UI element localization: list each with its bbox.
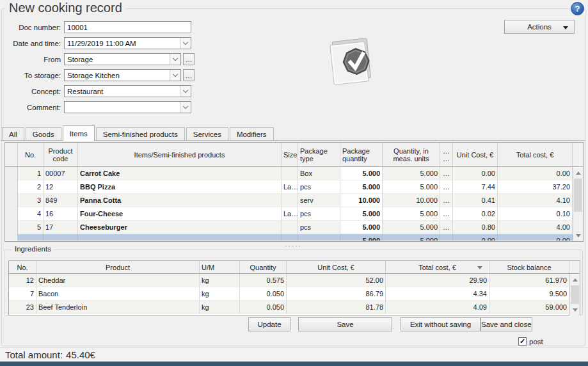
checkbox-checked-icon[interactable] [518,337,527,346]
col-total-cost[interactable]: Total cost, € [498,143,573,166]
ingredients-scrollbar[interactable] [569,274,580,315]
col-quantity[interactable]: Quantity [240,261,287,273]
items-scrollbar[interactable] [573,168,583,241]
ingredient-row[interactable]: 23 Beef Tenderloin kg 0.050 81.78 4.09 5… [9,301,580,314]
item-row[interactable]: 3 849 Panna Cotta serv 10.000 10.000 … 0… [5,194,583,207]
col-unit-cost[interactable]: Unit Cost, € [287,261,386,273]
tab[interactable]: All [2,127,24,141]
col-no[interactable]: No. [9,261,36,273]
date-time-input[interactable] [64,37,191,49]
cell-no: 2 [18,180,44,194]
to-storage-dropdown-icon[interactable] [170,70,180,81]
cell-total-cost: 0.00 [498,234,573,241]
cell-quantity: 0.050 [240,301,287,314]
concept-label: Concept: [2,88,61,95]
to-storage-input[interactable] [64,69,181,81]
cell-item-name: Panna Cotta [78,194,282,207]
cell-size [282,221,298,234]
post-checkbox[interactable]: post [518,337,543,346]
to-storage-browse-button[interactable]: … [183,69,195,81]
col-more[interactable]: … … [440,143,453,166]
doc-number-input[interactable] [64,21,191,33]
action-button[interactable]: Save [298,317,392,331]
cell-item-name [78,234,282,241]
action-button[interactable]: Update [248,317,290,331]
cell-no: 4 [18,207,44,221]
cell-unit-cost: 0.41 [453,194,498,207]
row-indicator [5,180,18,194]
comment-input[interactable] [64,101,191,113]
from-input[interactable] [64,53,181,65]
items-table-body: 1 00007 Carrot Cake Box 5.000 5.000 … 0.… [5,167,583,234]
col-total-cost[interactable]: Total cost, € [386,261,489,273]
col-quantity-meas[interactable]: Quantity, in meas. units [383,143,440,166]
cell-stock-balance: 61.970 [489,274,569,287]
col-product-code[interactable]: Product code [44,143,78,166]
cell-more-button[interactable]: … [440,221,453,234]
item-row-selected-clipped[interactable]: - 5.000 5.000 0.00 0.00 [5,234,583,241]
col-package-type[interactable]: Package type [298,143,340,166]
cell-more-button[interactable]: … [440,194,453,207]
col-stock-balance[interactable]: Stock balance [489,261,569,273]
cell-package-type: serv [298,194,340,207]
col-package-quantity[interactable]: Package quantity [340,143,383,166]
date-time-dropdown-icon[interactable] [180,38,191,49]
item-row[interactable]: 2 12 BBQ Pizza La… pcs 5.000 5.000 … 7.4… [5,180,583,194]
item-row[interactable]: 1 00007 Carrot Cake Box 5.000 5.000 … 0.… [5,167,583,180]
col-unit-cost[interactable]: Unit Cost, € [453,143,498,166]
cell-size: La… [282,180,298,194]
scroll-thumb[interactable] [574,179,582,212]
pane-splitter[interactable]: ····· [1,242,585,250]
comment-dropdown-icon[interactable] [180,102,191,113]
cell-more-button[interactable]: … [440,207,453,221]
col-um[interactable]: U/M [200,261,240,273]
cell-product: Cheddar [36,274,200,287]
col-size[interactable]: Size [282,143,298,166]
item-row[interactable]: 5 17 Cheeseburger pcs 5.000 5.000 … 0.80… [5,221,583,234]
tab[interactable]: Items [63,125,95,141]
scroll-up-icon[interactable] [570,275,580,285]
cell-total-cost: 0.00 [498,167,573,180]
cell-package-quantity[interactable]: 10.000 [340,194,383,207]
ingredient-row[interactable]: 12 Cheddar kg 0.575 52.00 29.90 61.970 [9,274,580,287]
help-icon[interactable]: ? [571,2,584,15]
concept-dropdown-icon[interactable] [180,86,191,97]
action-buttons: UpdateSaveExit without savingSave and cl… [239,317,532,331]
item-row[interactable]: 4 16 Four-Cheese La… pcs 5.000 5.000 … 0… [5,207,583,221]
cell-unit-cost: 7.44 [453,180,498,194]
scroll-down-icon[interactable] [573,231,583,241]
col-items-name[interactable]: Items/Semi-finished products [78,143,282,166]
sort-desc-icon[interactable] [477,266,482,269]
cell-unit-cost: 0.02 [453,207,498,221]
tab[interactable]: Modifiers [230,127,274,141]
tab[interactable]: Semi-finished products [96,127,185,141]
ingredients-legend: Ingredients [12,245,54,253]
cell-total-cost: 4.34 [386,287,489,301]
cell-package-quantity[interactable]: 5.000 [340,167,383,180]
tab[interactable]: Goods [26,127,61,141]
actions-button[interactable]: Actions [504,20,575,34]
from-dropdown-icon[interactable] [170,54,180,65]
cell-product: Beef Tenderloin [36,301,200,314]
scroll-up-icon[interactable] [573,168,583,178]
to-storage-label: To storage: [2,72,61,79]
cell-package-quantity[interactable]: 5.000 [340,221,383,234]
cell-package-quantity[interactable]: 5.000 [340,207,383,221]
total-amount-label: Total amount: [5,349,63,360]
tab[interactable]: Services [186,127,228,141]
page-title: New cooking record [5,1,126,15]
cell-more-button[interactable]: … [440,180,453,194]
action-button[interactable]: Exit without saving [401,317,481,331]
col-product[interactable]: Product [36,261,200,273]
concept-input[interactable] [64,85,191,97]
ingredient-row[interactable]: 7 Bacon kg 0.050 86.79 4.34 9.500 [9,287,580,301]
scroll-thumb[interactable] [571,285,579,304]
from-browse-button[interactable]: … [183,53,195,65]
action-button[interactable]: Save and close [481,317,532,331]
col-no[interactable]: No. [18,143,44,166]
scroll-down-icon[interactable] [570,305,580,315]
cell-more-button[interactable]: … [440,167,453,180]
cell-quantity: 5.000 [383,167,440,180]
cell-package-quantity[interactable]: 5.000 [340,180,383,194]
bottom-accent-strip [0,362,588,366]
